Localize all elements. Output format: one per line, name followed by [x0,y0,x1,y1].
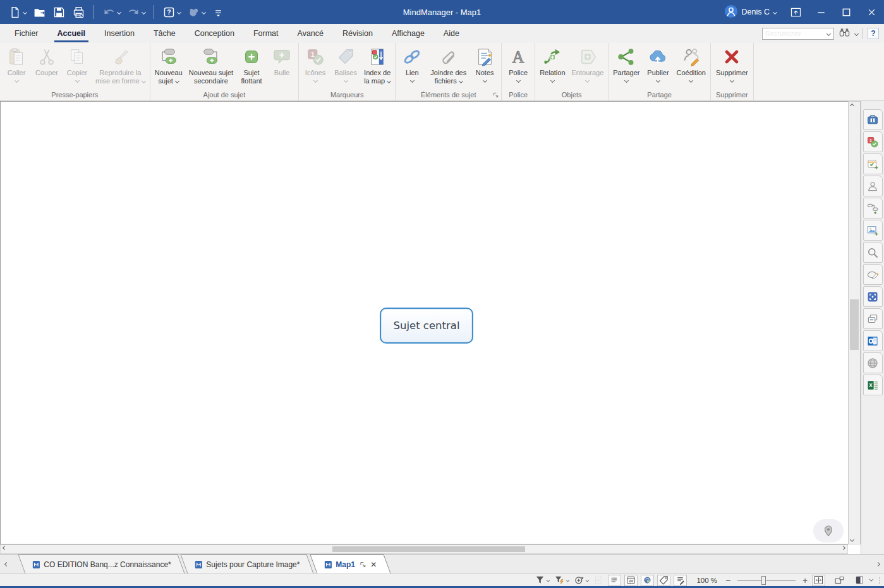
ribbon-tab-affichage[interactable]: Affichage [382,24,434,43]
relationship-button[interactable]: Relation [536,47,568,83]
floating-topic-button[interactable]: Sujetflottant [236,47,267,85]
ribbon-tab-fichier[interactable]: Fichier [5,24,48,43]
outline-view-button[interactable] [608,575,621,586]
pane-excel-button[interactable]: X [863,375,883,395]
pane-capture-pen-button[interactable] [863,264,883,285]
tab-scroll-right-arrow[interactable] [871,555,884,573]
pane-map-parts-button[interactable] [863,198,883,219]
pane-my-maps-button[interactable] [863,109,883,130]
horizontal-scrollbar[interactable] [0,544,848,554]
scroll-down-arrow[interactable] [851,538,854,541]
chevron-down-icon[interactable] [202,9,206,14]
help-button[interactable]: ? [160,4,183,20]
coediting-button[interactable]: Coédition [673,47,708,83]
chevron-down-icon[interactable] [586,578,590,582]
pane-image-library-button[interactable] [863,220,883,241]
document-tab[interactable]: Map1✕ [310,555,391,573]
icon-view-button[interactable] [641,575,654,586]
ribbon-group: SupprimerSupprimer [711,43,754,100]
chevron-down-icon[interactable] [142,9,146,14]
minimize-button[interactable] [808,0,833,24]
delete-button[interactable]: Supprimer [713,47,751,83]
customize-toolbar-button[interactable] [210,4,227,20]
zoom-in-button[interactable]: + [801,575,809,585]
account-menu[interactable]: Denis C [718,4,783,20]
pane-web-browser-button[interactable] [863,352,883,373]
open-file-button[interactable] [31,4,48,20]
vertical-scrollbar-thumb[interactable] [850,299,859,350]
chevron-down-icon[interactable] [23,9,27,14]
pane-outlook-button[interactable] [863,330,883,351]
document-tab[interactable]: Sujets pour Capture Image* [181,555,314,573]
vertical-scrollbar[interactable] [848,101,861,544]
map-index-button[interactable]: Index dela map [361,47,394,85]
scroll-left-arrow[interactable] [3,546,6,549]
chevron-down-icon[interactable] [547,578,550,582]
location-pin-button[interactable] [813,519,844,543]
dialog-launcher-button[interactable] [492,92,499,99]
maximize-button[interactable] [833,0,859,24]
font-button[interactable]: APolice [503,47,533,83]
chevron-down-icon[interactable] [869,577,873,582]
ribbon-tab-avance[interactable]: Avancé [288,24,333,43]
image-library-icon [866,224,879,237]
chevron-down-icon[interactable] [177,9,181,14]
power-filter-button[interactable] [554,575,570,586]
notes-button[interactable]: Notes [469,47,500,83]
pane-search-pane-button[interactable] [863,242,883,263]
zoom-slider-thumb[interactable] [761,576,766,585]
filter-button[interactable] [534,575,550,586]
notes-view-button[interactable] [674,575,687,586]
new-topic-button[interactable]: Nouveausujet [152,47,186,85]
document-tab[interactable]: CO EDITION Banq...z Connaissance* [18,555,185,573]
share-button[interactable]: Partager [610,47,643,83]
ribbon-tab-format[interactable]: Format [244,24,288,43]
help-button[interactable]: ? [868,28,879,39]
quick-filter-button[interactable] [573,575,590,586]
close-tab-icon[interactable]: ✕ [370,560,376,569]
save-button[interactable] [51,4,68,20]
fit-map-button[interactable] [812,575,825,586]
new-subtopic-button[interactable]: Nouveau sujetsecondaire [186,47,236,85]
ribbon-tab-revision[interactable]: Révision [333,24,382,43]
balance-map-button[interactable] [833,575,845,586]
publish-button[interactable]: Publier [643,47,673,83]
chevron-down-icon[interactable] [826,31,831,35]
popout-tab-icon[interactable] [358,561,366,568]
link-button[interactable]: Lien [397,47,427,83]
resize-grip[interactable] [879,577,880,584]
scroll-up-arrow[interactable] [851,104,854,107]
ribbon-tab-tache[interactable]: Tâche [144,24,185,43]
tag-view-button[interactable] [657,575,670,586]
horizontal-scrollbar-thumb[interactable] [332,546,525,552]
pane-task-info-button[interactable] [863,153,883,174]
chevron-down-icon[interactable] [117,9,121,14]
scroll-right-arrow[interactable] [842,546,845,549]
zoom-out-button[interactable]: − [724,575,732,585]
central-topic[interactable]: Sujet central [380,308,473,344]
pane-snippets-button[interactable] [863,308,883,329]
button-label: Reproduire lamise en forme [95,69,145,85]
pane-focus-mode-button[interactable] [863,286,883,307]
ribbon-tab-insertion[interactable]: Insertion [95,24,144,43]
tab-scroll-left-arrow[interactable] [0,555,13,573]
ribbon-display-options-button[interactable] [783,0,808,24]
chevron-down-icon[interactable] [854,31,859,35]
map-canvas[interactable]: Sujet central [0,101,848,544]
search-box[interactable] [762,28,834,40]
pane-resources-button[interactable] [863,176,883,196]
find-icon[interactable] [839,27,851,41]
close-button[interactable] [859,0,884,24]
pane-map-markers-button[interactable]: 1 [863,131,883,152]
attach-files-button[interactable]: Joindre desfichiers [427,47,469,85]
ribbon-tab-accueil[interactable]: Accueil [48,24,95,43]
ribbon-tab-aide[interactable]: Aide [434,24,469,43]
chevron-down-icon[interactable] [566,578,570,582]
schedule-view-button[interactable]: 24 [624,575,638,586]
ribbon-tab-conception[interactable]: Conception [185,24,244,43]
zoom-slider[interactable] [737,575,796,585]
new-document-button[interactable] [6,4,28,20]
search-input[interactable] [763,29,823,39]
print-button[interactable] [70,4,87,20]
panel-layout-button[interactable] [854,575,866,586]
